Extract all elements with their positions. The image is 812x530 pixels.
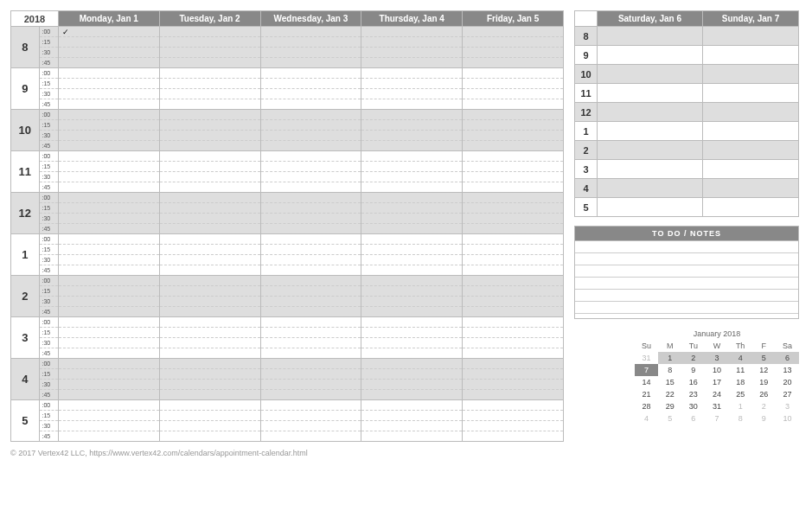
time-slot <box>159 297 260 307</box>
time-slot <box>159 48 260 58</box>
time-slot <box>463 58 564 68</box>
minute-label: :30 <box>39 131 58 141</box>
time-slot <box>260 328 361 338</box>
weekend-slot <box>702 65 798 84</box>
time-slot <box>463 224 564 234</box>
time-slot <box>260 421 361 431</box>
time-slot <box>361 307 463 317</box>
time-slot <box>463 172 564 182</box>
weekend-hour-label: 4 <box>575 179 598 198</box>
time-slot <box>58 48 159 58</box>
day-header-mon: Monday, Jan 1 <box>58 11 159 27</box>
time-slot <box>58 162 159 172</box>
time-slot <box>159 431 260 442</box>
time-slot <box>159 328 260 338</box>
minute-label: :15 <box>39 369 58 380</box>
mini-cal-day: 4 <box>729 352 752 364</box>
minute-label: :45 <box>39 99 58 110</box>
time-slot <box>260 162 361 172</box>
todo-header: TO DO / NOTES <box>575 227 798 240</box>
mini-cal-day: 25 <box>729 388 752 400</box>
minute-label: :00 <box>39 27 58 37</box>
time-slot <box>159 99 260 110</box>
mini-cal-day: 4 <box>635 412 658 425</box>
weekend-slot <box>598 46 703 65</box>
time-slot <box>361 131 463 141</box>
time-slot <box>260 79 361 89</box>
mini-cal-dow: Tu <box>681 340 705 352</box>
hour-label: 1 <box>11 234 40 276</box>
mini-cal-day: 7 <box>705 412 728 425</box>
mini-cal-day: 29 <box>658 400 681 412</box>
hour-label: 9 <box>11 68 40 110</box>
mini-cal-day: 9 <box>752 412 776 425</box>
time-slot <box>260 182 361 193</box>
mini-cal-dow: Th <box>729 340 752 352</box>
time-slot <box>159 89 260 99</box>
time-slot <box>159 245 260 255</box>
time-slot <box>361 68 463 79</box>
time-slot <box>260 359 361 369</box>
time-slot <box>58 141 159 151</box>
time-slot <box>463 297 564 307</box>
time-slot <box>463 338 564 348</box>
mini-cal-day: 31 <box>635 352 658 364</box>
time-slot <box>260 286 361 297</box>
time-slot <box>463 317 564 328</box>
time-slot <box>58 297 159 307</box>
time-slot <box>159 131 260 141</box>
time-slot <box>58 99 159 110</box>
time-slot <box>159 234 260 245</box>
time-slot <box>159 58 260 68</box>
time-slot <box>463 390 564 400</box>
minute-label: :45 <box>39 265 58 276</box>
mini-cal-day: 23 <box>681 388 705 400</box>
mini-cal-day: 22 <box>658 388 681 400</box>
mini-cal-day: 14 <box>635 376 658 388</box>
weekend-hour-label: 5 <box>575 198 598 217</box>
time-slot <box>361 162 463 172</box>
time-slot <box>463 99 564 110</box>
time-slot <box>361 48 463 58</box>
time-slot <box>463 276 564 286</box>
weekend-slot <box>598 160 703 179</box>
time-slot <box>260 37 361 48</box>
mini-cal-day: 1 <box>658 352 681 364</box>
time-slot <box>159 27 260 37</box>
time-slot <box>361 348 463 359</box>
weekend-hour-label: 10 <box>575 65 598 84</box>
time-slot <box>361 255 463 265</box>
time-slot <box>361 234 463 245</box>
mini-cal-day: 24 <box>705 388 728 400</box>
time-slot <box>260 131 361 141</box>
time-slot <box>463 151 564 162</box>
time-slot <box>58 120 159 131</box>
footer-copyright: © 2017 Vertex42 LLC, https://www.vertex4… <box>10 449 802 457</box>
time-slot <box>159 338 260 348</box>
time-slot <box>159 411 260 421</box>
time-slot <box>361 37 463 48</box>
minute-label: :15 <box>39 286 58 297</box>
mini-cal-day: 10 <box>776 412 799 425</box>
mini-cal-day: 12 <box>752 364 776 376</box>
time-slot <box>159 224 260 234</box>
weekend-slot <box>598 65 703 84</box>
time-slot <box>463 79 564 89</box>
mini-cal-dow: W <box>705 340 728 352</box>
minute-label: :00 <box>39 193 58 203</box>
time-slot <box>361 203 463 214</box>
time-slot <box>463 27 564 37</box>
weekend-slot <box>702 84 798 103</box>
time-slot <box>159 162 260 172</box>
mini-cal-day: 2 <box>681 352 705 364</box>
time-slot <box>58 431 159 442</box>
time-slot <box>159 110 260 120</box>
minute-label: :30 <box>39 421 58 431</box>
time-slot <box>260 99 361 110</box>
time-slot <box>463 68 564 79</box>
time-slot <box>361 338 463 348</box>
minute-label: :45 <box>39 307 58 317</box>
time-slot <box>58 338 159 348</box>
minute-label: :00 <box>39 276 58 286</box>
time-slot <box>58 348 159 359</box>
